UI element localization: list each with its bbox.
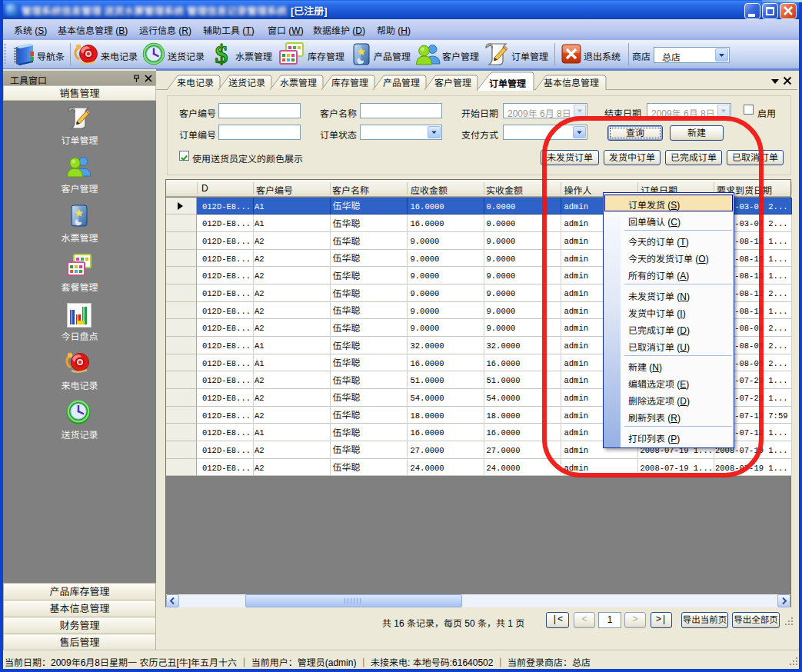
svg-text:$: $ [215,42,228,67]
